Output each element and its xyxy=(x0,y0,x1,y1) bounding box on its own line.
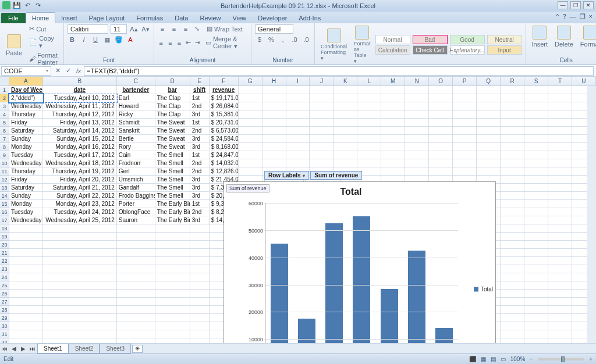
align-center-icon[interactable]: ≡ xyxy=(167,39,174,47)
cell-J7[interactable] xyxy=(310,135,334,143)
cell-P1[interactable] xyxy=(453,86,477,94)
cell-C29[interactable] xyxy=(117,314,155,322)
cell-N10[interactable] xyxy=(405,159,429,167)
row-head-4[interactable]: 4 xyxy=(0,110,9,119)
row-head-10[interactable]: 10 xyxy=(0,159,9,167)
cell-K7[interactable] xyxy=(334,135,357,143)
cell-N8[interactable] xyxy=(405,143,429,151)
tab-nav-last[interactable]: ⏭ xyxy=(28,345,37,352)
cell-M8[interactable] xyxy=(381,143,405,151)
cell-R5[interactable] xyxy=(501,119,524,127)
row-head-19[interactable]: 19 xyxy=(0,233,9,241)
cell-R17[interactable] xyxy=(501,216,524,224)
cell-E13[interactable]: 3rd xyxy=(190,184,210,192)
cell-R8[interactable] xyxy=(501,143,524,151)
cell-E4[interactable]: 3rd xyxy=(190,110,210,119)
cell-T18[interactable] xyxy=(548,224,572,233)
row-head-12[interactable]: 12 xyxy=(0,176,9,184)
row-head-13[interactable]: 13 xyxy=(0,184,9,192)
cell-J6[interactable] xyxy=(310,127,334,135)
cell-S14[interactable] xyxy=(524,192,548,200)
format-cells-button[interactable]: Format xyxy=(578,24,596,49)
cell-O11[interactable] xyxy=(429,167,453,176)
row-head-28[interactable]: 28 xyxy=(0,306,9,314)
cell-R6[interactable] xyxy=(501,127,524,135)
cell-E3[interactable]: 2nd xyxy=(190,102,210,110)
cell-E11[interactable]: 2nd xyxy=(190,167,210,176)
cell-L6[interactable] xyxy=(357,127,381,135)
cell-J5[interactable] xyxy=(310,119,334,127)
view-page-break-icon[interactable]: ▭ xyxy=(501,356,506,362)
cell-E23[interactable] xyxy=(190,265,210,273)
cell-R31[interactable] xyxy=(501,330,524,338)
format-painter-button[interactable]: 🖌 Format Painter xyxy=(27,51,60,66)
cell-I9[interactable] xyxy=(286,151,310,159)
cell-C5[interactable]: Schmidt xyxy=(117,119,155,127)
cell-P8[interactable] xyxy=(453,143,477,151)
col-head-F[interactable]: F xyxy=(210,77,239,85)
cell-F10[interactable]: $ 14,032.00 xyxy=(210,159,239,167)
sheet-tab-1[interactable]: Sheet1 xyxy=(37,344,69,354)
cell-E19[interactable] xyxy=(190,233,210,241)
col-head-D[interactable]: D xyxy=(155,77,190,85)
cell-G2[interactable] xyxy=(239,94,262,102)
cell-H5[interactable] xyxy=(262,119,286,127)
cell-A2[interactable]: 2,"dddd") xyxy=(9,94,43,102)
cell-S29[interactable] xyxy=(524,314,548,322)
minimize-button[interactable]: — xyxy=(558,1,568,9)
cell-T17[interactable] xyxy=(548,216,572,224)
cell-A13[interactable]: Saturday xyxy=(9,184,43,192)
cell-F2[interactable]: $ 19,171.00 xyxy=(210,94,239,102)
cell-J8[interactable] xyxy=(310,143,334,151)
cell-C22[interactable] xyxy=(117,257,155,265)
cell-B12[interactable]: Friday, April 20, 2012 xyxy=(43,176,117,184)
cell-D3[interactable]: The Clap xyxy=(155,102,190,110)
tab-insert[interactable]: Insert xyxy=(55,13,83,23)
comma-icon[interactable]: , xyxy=(278,35,288,44)
cell-B23[interactable] xyxy=(43,265,117,273)
cell-F4[interactable]: $ 15,381.00 xyxy=(210,110,239,119)
cell-R15[interactable] xyxy=(501,200,524,208)
cell-B28[interactable] xyxy=(43,306,117,314)
cell-B7[interactable]: Sunday, April 15, 2012 xyxy=(43,135,117,143)
cancel-formula-icon[interactable]: ✕ xyxy=(52,67,63,74)
cell-T30[interactable] xyxy=(548,322,572,330)
cell-S16[interactable] xyxy=(524,208,548,216)
row-head-21[interactable]: 21 xyxy=(0,249,9,257)
cell-D9[interactable]: The Smell xyxy=(155,151,190,159)
cell-L8[interactable] xyxy=(357,143,381,151)
cell-B1[interactable]: date xyxy=(43,86,117,94)
cell-B10[interactable]: Wednesday, April 18, 2012 xyxy=(43,159,117,167)
cell-S13[interactable] xyxy=(524,184,548,192)
cell-T4[interactable] xyxy=(548,110,572,119)
cell-F11[interactable]: $ 12,826.00 xyxy=(210,167,239,176)
cell-R19[interactable] xyxy=(501,233,524,241)
cell-E5[interactable]: 1st xyxy=(190,119,210,127)
cell-D25[interactable] xyxy=(155,281,190,290)
cell-E2[interactable]: 1st xyxy=(190,94,210,102)
cell-D11[interactable]: The Smell xyxy=(155,167,190,176)
cell-A5[interactable]: Friday xyxy=(9,119,43,127)
cell-D19[interactable] xyxy=(155,233,190,241)
formula-input[interactable] xyxy=(84,66,594,76)
cell-F1[interactable]: revenue xyxy=(210,86,239,94)
cell-H9[interactable] xyxy=(262,151,286,159)
sheet-tab-2[interactable]: Sheet2 xyxy=(69,344,100,354)
cell-R29[interactable] xyxy=(501,314,524,322)
row-head-17[interactable]: 17 xyxy=(0,216,9,224)
cell-B4[interactable]: Thursday, April 12, 2012 xyxy=(43,110,117,119)
decrease-decimal-icon[interactable]: .0 xyxy=(301,35,311,44)
cell-J9[interactable] xyxy=(310,151,334,159)
view-page-layout-icon[interactable]: ▤ xyxy=(491,356,496,362)
cell-C24[interactable] xyxy=(117,273,155,281)
cell-M11[interactable] xyxy=(381,167,405,176)
cell-N7[interactable] xyxy=(405,135,429,143)
cell-F3[interactable]: $ 26,084.00 xyxy=(210,102,239,110)
tab-nav-prev[interactable]: ◀ xyxy=(9,345,19,352)
cell-O7[interactable] xyxy=(429,135,453,143)
row-head-22[interactable]: 22 xyxy=(0,257,9,265)
increase-indent-icon[interactable]: ⇥ xyxy=(194,39,201,47)
wrap-text-button[interactable]: ▤ Wrap Text xyxy=(204,24,245,33)
cell-T11[interactable] xyxy=(548,167,572,176)
cell-D5[interactable]: The Sweat xyxy=(155,119,190,127)
